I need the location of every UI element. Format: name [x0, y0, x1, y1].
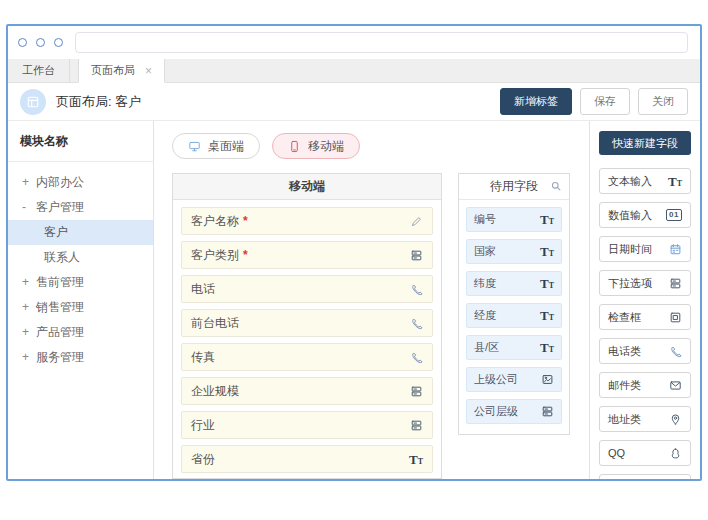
- tree-item[interactable]: -客户管理: [8, 195, 153, 220]
- pending-field-row[interactable]: 编号TT: [466, 207, 562, 232]
- tree-item[interactable]: 客户: [8, 220, 153, 245]
- mobile-field-row[interactable]: 客户名称*: [181, 207, 433, 235]
- tree-toggle-icon[interactable]: +: [22, 295, 30, 320]
- field-type-item[interactable]: 文本输入TT: [599, 168, 691, 194]
- tree-toggle-icon[interactable]: +: [22, 320, 30, 345]
- calendar-icon: [669, 243, 682, 256]
- tree-item[interactable]: 联系人: [8, 245, 153, 270]
- tree-item[interactable]: +销售管理: [8, 295, 153, 320]
- select-icon: [410, 419, 423, 432]
- phone-icon: [669, 345, 682, 358]
- pending-field-row[interactable]: 公司层级: [466, 399, 562, 424]
- text-icon: TT: [540, 245, 554, 258]
- pending-field-row[interactable]: 县/区TT: [466, 335, 562, 360]
- tree-toggle-icon[interactable]: +: [22, 170, 30, 195]
- header-button-2[interactable]: 关闭: [638, 88, 688, 115]
- tree-item-label: 销售管理: [36, 295, 84, 320]
- screenshot-canvas: 工作台页面布局× 页面布局: 客户 新增标签保存关闭 模块名称 +内部办公-客户…: [0, 0, 708, 520]
- mobile-panel-title: 移动端: [173, 174, 441, 200]
- checkbox-icon: [669, 311, 682, 324]
- number-icon: 01: [666, 209, 682, 221]
- pending-field-row[interactable]: 国家TT: [466, 239, 562, 264]
- pending-panel-title: 待用字段: [490, 178, 538, 195]
- device-pill-mobile[interactable]: 移动端: [272, 133, 360, 159]
- field-label: 客户名称: [191, 213, 239, 230]
- tree-item-label: 客户: [44, 220, 68, 245]
- field-type-item[interactable]: 电话类: [599, 338, 691, 364]
- mobile-field-row[interactable]: 企业规模: [181, 377, 433, 405]
- quick-create-field-button[interactable]: 快速新建字段: [599, 131, 691, 155]
- field-type-item[interactable]: 邮件类: [599, 372, 691, 398]
- tree-item-label: 客户管理: [36, 195, 84, 220]
- field-type-label: 邮件类: [608, 378, 641, 393]
- panels-row: 移动端 客户名称*客户类别*电话前台电话传真企业规模行业省份TT城市TT地址 待…: [172, 173, 589, 479]
- phone-icon: [410, 317, 423, 330]
- tab-label: 工作台: [22, 63, 55, 78]
- tree-item[interactable]: +内部办公: [8, 170, 153, 195]
- tree-item[interactable]: +售前管理: [8, 270, 153, 295]
- tree-item-label: 联系人: [44, 245, 80, 270]
- tab-bar: 工作台页面布局×: [8, 59, 700, 83]
- mobile-field-row[interactable]: 行业: [181, 411, 433, 439]
- tree-item-label: 售前管理: [36, 270, 84, 295]
- pencil-icon: [410, 215, 423, 228]
- header-actions: 新增标签保存关闭: [500, 88, 688, 115]
- select-icon: [410, 385, 423, 398]
- tab-close-icon[interactable]: ×: [145, 65, 152, 77]
- field-type-label: 日期时间: [608, 242, 652, 257]
- tree-item[interactable]: +产品管理: [8, 320, 153, 345]
- field-label: 经度: [474, 308, 496, 323]
- mobile-field-row[interactable]: 省份TT: [181, 445, 433, 473]
- tree-item[interactable]: +服务管理: [8, 345, 153, 370]
- pending-field-row[interactable]: 纬度TT: [466, 271, 562, 296]
- window-control-dot[interactable]: [36, 38, 45, 47]
- tab-page-layout[interactable]: 页面布局×: [78, 59, 165, 83]
- field-type-label: 检查框: [608, 310, 641, 325]
- mobile-field-row[interactable]: 电话: [181, 275, 433, 303]
- text-icon: TT: [540, 309, 554, 322]
- pending-field-row[interactable]: 经度TT: [466, 303, 562, 328]
- pending-field-list: 编号TT国家TT纬度TT经度TT县/区TT上级公司公司层级: [459, 200, 569, 434]
- mobile-field-row[interactable]: 前台电话: [181, 309, 433, 337]
- field-type-item[interactable]: 下拉选项: [599, 270, 691, 296]
- pending-field-row[interactable]: 上级公司: [466, 367, 562, 392]
- window-control-dot[interactable]: [54, 38, 63, 47]
- mobile-field-row[interactable]: 客户类别*: [181, 241, 433, 269]
- tree-toggle-icon[interactable]: +: [22, 270, 30, 295]
- field-label: 客户类别: [191, 247, 239, 264]
- device-toggle: 桌面端移动端: [172, 133, 589, 159]
- field-type-item[interactable]: 日期时间: [599, 236, 691, 262]
- tree-toggle-icon[interactable]: +: [22, 345, 30, 370]
- search-icon[interactable]: [550, 180, 562, 192]
- select-icon: [410, 249, 423, 262]
- tab-workbench[interactable]: 工作台: [8, 59, 70, 82]
- field-label: 纬度: [474, 276, 496, 291]
- mobile-field-row[interactable]: 传真: [181, 343, 433, 371]
- field-type-item[interactable]: 邮编: [599, 474, 691, 479]
- qq-icon: [669, 447, 682, 460]
- field-type-label: 文本输入: [608, 174, 652, 189]
- tree-toggle-icon[interactable]: -: [22, 195, 30, 220]
- field-type-item[interactable]: 检查框: [599, 304, 691, 330]
- field-type-item[interactable]: QQ: [599, 440, 691, 466]
- field-type-item[interactable]: 数值输入01: [599, 202, 691, 228]
- phone-icon: [410, 351, 423, 364]
- header-button-0[interactable]: 新增标签: [500, 88, 572, 115]
- field-label: 传真: [191, 349, 215, 366]
- text-icon: TT: [540, 277, 554, 290]
- text-icon: TT: [409, 453, 423, 466]
- module-tree-title: 模块名称: [8, 133, 153, 150]
- device-pill-label: 移动端: [308, 138, 344, 155]
- field-type-label: 地址类: [608, 412, 641, 427]
- address-bar[interactable]: [75, 32, 688, 53]
- field-label: 电话: [191, 281, 215, 298]
- field-type-label: 数值输入: [608, 208, 652, 223]
- tree-item-label: 产品管理: [36, 320, 84, 345]
- field-type-label: 下拉选项: [608, 276, 652, 291]
- header-button-1[interactable]: 保存: [580, 88, 630, 115]
- field-type-item[interactable]: 地址类: [599, 406, 691, 432]
- device-pill-label: 桌面端: [208, 138, 244, 155]
- text-icon: TT: [540, 341, 554, 354]
- window-control-dot[interactable]: [18, 38, 27, 47]
- device-pill-desktop[interactable]: 桌面端: [172, 133, 260, 159]
